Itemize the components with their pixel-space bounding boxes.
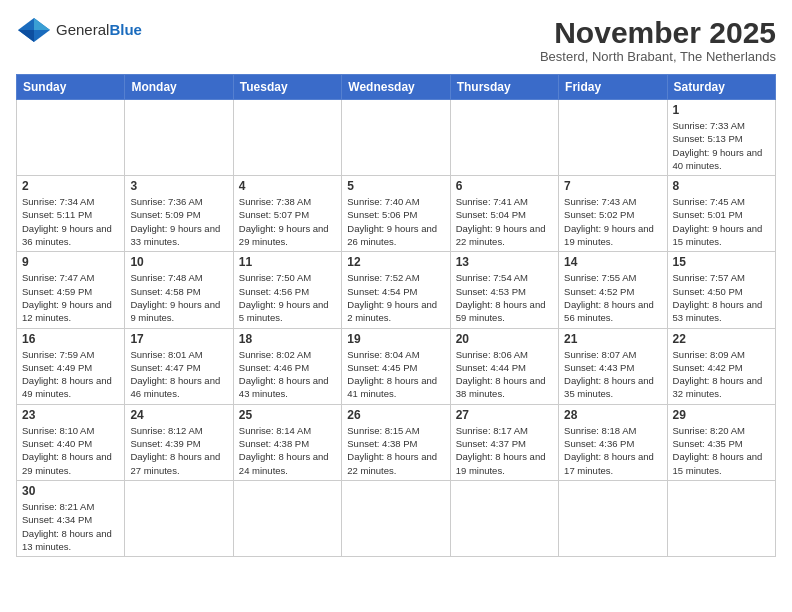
calendar-cell: 6Sunrise: 7:41 AM Sunset: 5:04 PM Daylig… — [450, 176, 558, 252]
col-wednesday: Wednesday — [342, 75, 450, 100]
calendar-cell — [450, 100, 558, 176]
day-number: 8 — [673, 179, 770, 193]
day-number: 26 — [347, 408, 444, 422]
day-info: Sunrise: 7:40 AM Sunset: 5:06 PM Dayligh… — [347, 195, 444, 248]
day-info: Sunrise: 8:18 AM Sunset: 4:36 PM Dayligh… — [564, 424, 661, 477]
calendar-cell: 7Sunrise: 7:43 AM Sunset: 5:02 PM Daylig… — [559, 176, 667, 252]
day-number: 18 — [239, 332, 336, 346]
calendar-week-row: 23Sunrise: 8:10 AM Sunset: 4:40 PM Dayli… — [17, 404, 776, 480]
calendar-cell: 30Sunrise: 8:21 AM Sunset: 4:34 PM Dayli… — [17, 480, 125, 556]
day-info: Sunrise: 8:14 AM Sunset: 4:38 PM Dayligh… — [239, 424, 336, 477]
day-info: Sunrise: 7:47 AM Sunset: 4:59 PM Dayligh… — [22, 271, 119, 324]
day-number: 7 — [564, 179, 661, 193]
day-number: 6 — [456, 179, 553, 193]
calendar-cell: 11Sunrise: 7:50 AM Sunset: 4:56 PM Dayli… — [233, 252, 341, 328]
calendar-cell: 25Sunrise: 8:14 AM Sunset: 4:38 PM Dayli… — [233, 404, 341, 480]
calendar-week-row: 30Sunrise: 8:21 AM Sunset: 4:34 PM Dayli… — [17, 480, 776, 556]
day-info: Sunrise: 8:09 AM Sunset: 4:42 PM Dayligh… — [673, 348, 770, 401]
day-number: 25 — [239, 408, 336, 422]
calendar-cell: 20Sunrise: 8:06 AM Sunset: 4:44 PM Dayli… — [450, 328, 558, 404]
logo: GeneralBlue — [16, 16, 142, 44]
day-number: 16 — [22, 332, 119, 346]
day-info: Sunrise: 7:57 AM Sunset: 4:50 PM Dayligh… — [673, 271, 770, 324]
calendar-cell: 8Sunrise: 7:45 AM Sunset: 5:01 PM Daylig… — [667, 176, 775, 252]
day-info: Sunrise: 8:17 AM Sunset: 4:37 PM Dayligh… — [456, 424, 553, 477]
day-number: 5 — [347, 179, 444, 193]
day-number: 9 — [22, 255, 119, 269]
logo-blue: Blue — [109, 21, 142, 38]
day-number: 10 — [130, 255, 227, 269]
day-info: Sunrise: 7:55 AM Sunset: 4:52 PM Dayligh… — [564, 271, 661, 324]
day-number: 12 — [347, 255, 444, 269]
calendar-cell — [233, 480, 341, 556]
day-info: Sunrise: 7:50 AM Sunset: 4:56 PM Dayligh… — [239, 271, 336, 324]
day-number: 22 — [673, 332, 770, 346]
day-info: Sunrise: 8:02 AM Sunset: 4:46 PM Dayligh… — [239, 348, 336, 401]
day-info: Sunrise: 7:36 AM Sunset: 5:09 PM Dayligh… — [130, 195, 227, 248]
calendar-cell: 21Sunrise: 8:07 AM Sunset: 4:43 PM Dayli… — [559, 328, 667, 404]
calendar-cell — [17, 100, 125, 176]
calendar-cell — [450, 480, 558, 556]
day-info: Sunrise: 7:59 AM Sunset: 4:49 PM Dayligh… — [22, 348, 119, 401]
day-info: Sunrise: 8:15 AM Sunset: 4:38 PM Dayligh… — [347, 424, 444, 477]
day-info: Sunrise: 8:12 AM Sunset: 4:39 PM Dayligh… — [130, 424, 227, 477]
calendar-cell: 12Sunrise: 7:52 AM Sunset: 4:54 PM Dayli… — [342, 252, 450, 328]
calendar-cell: 15Sunrise: 7:57 AM Sunset: 4:50 PM Dayli… — [667, 252, 775, 328]
logo-general: General — [56, 21, 109, 38]
day-info: Sunrise: 7:41 AM Sunset: 5:04 PM Dayligh… — [456, 195, 553, 248]
day-number: 29 — [673, 408, 770, 422]
calendar-cell: 2Sunrise: 7:34 AM Sunset: 5:11 PM Daylig… — [17, 176, 125, 252]
location-subtitle: Besterd, North Brabant, The Netherlands — [540, 49, 776, 64]
day-number: 14 — [564, 255, 661, 269]
calendar-cell: 28Sunrise: 8:18 AM Sunset: 4:36 PM Dayli… — [559, 404, 667, 480]
header: GeneralBlue November 2025 Besterd, North… — [16, 16, 776, 64]
calendar-cell: 27Sunrise: 8:17 AM Sunset: 4:37 PM Dayli… — [450, 404, 558, 480]
day-info: Sunrise: 7:54 AM Sunset: 4:53 PM Dayligh… — [456, 271, 553, 324]
day-info: Sunrise: 8:10 AM Sunset: 4:40 PM Dayligh… — [22, 424, 119, 477]
day-number: 27 — [456, 408, 553, 422]
day-info: Sunrise: 7:34 AM Sunset: 5:11 PM Dayligh… — [22, 195, 119, 248]
calendar-cell: 10Sunrise: 7:48 AM Sunset: 4:58 PM Dayli… — [125, 252, 233, 328]
calendar-cell: 18Sunrise: 8:02 AM Sunset: 4:46 PM Dayli… — [233, 328, 341, 404]
day-number: 19 — [347, 332, 444, 346]
calendar-week-row: 1Sunrise: 7:33 AM Sunset: 5:13 PM Daylig… — [17, 100, 776, 176]
day-number: 15 — [673, 255, 770, 269]
calendar-table: Sunday Monday Tuesday Wednesday Thursday… — [16, 74, 776, 557]
day-info: Sunrise: 7:52 AM Sunset: 4:54 PM Dayligh… — [347, 271, 444, 324]
calendar-cell: 24Sunrise: 8:12 AM Sunset: 4:39 PM Dayli… — [125, 404, 233, 480]
logo-text: GeneralBlue — [56, 22, 142, 39]
month-title: November 2025 — [540, 16, 776, 49]
calendar-cell: 26Sunrise: 8:15 AM Sunset: 4:38 PM Dayli… — [342, 404, 450, 480]
calendar-cell: 4Sunrise: 7:38 AM Sunset: 5:07 PM Daylig… — [233, 176, 341, 252]
calendar-cell — [125, 100, 233, 176]
day-info: Sunrise: 7:38 AM Sunset: 5:07 PM Dayligh… — [239, 195, 336, 248]
calendar-cell: 14Sunrise: 7:55 AM Sunset: 4:52 PM Dayli… — [559, 252, 667, 328]
day-info: Sunrise: 8:07 AM Sunset: 4:43 PM Dayligh… — [564, 348, 661, 401]
day-info: Sunrise: 8:06 AM Sunset: 4:44 PM Dayligh… — [456, 348, 553, 401]
col-sunday: Sunday — [17, 75, 125, 100]
calendar-cell: 23Sunrise: 8:10 AM Sunset: 4:40 PM Dayli… — [17, 404, 125, 480]
calendar-cell — [125, 480, 233, 556]
calendar-cell — [667, 480, 775, 556]
col-friday: Friday — [559, 75, 667, 100]
day-info: Sunrise: 7:43 AM Sunset: 5:02 PM Dayligh… — [564, 195, 661, 248]
calendar-cell: 13Sunrise: 7:54 AM Sunset: 4:53 PM Dayli… — [450, 252, 558, 328]
day-number: 11 — [239, 255, 336, 269]
calendar-cell: 19Sunrise: 8:04 AM Sunset: 4:45 PM Dayli… — [342, 328, 450, 404]
generalblue-logo-icon — [16, 16, 52, 44]
calendar-header-row: Sunday Monday Tuesday Wednesday Thursday… — [17, 75, 776, 100]
calendar-cell: 17Sunrise: 8:01 AM Sunset: 4:47 PM Dayli… — [125, 328, 233, 404]
day-info: Sunrise: 7:48 AM Sunset: 4:58 PM Dayligh… — [130, 271, 227, 324]
day-info: Sunrise: 8:04 AM Sunset: 4:45 PM Dayligh… — [347, 348, 444, 401]
day-number: 13 — [456, 255, 553, 269]
day-number: 20 — [456, 332, 553, 346]
calendar-cell: 29Sunrise: 8:20 AM Sunset: 4:35 PM Dayli… — [667, 404, 775, 480]
col-thursday: Thursday — [450, 75, 558, 100]
calendar-cell: 5Sunrise: 7:40 AM Sunset: 5:06 PM Daylig… — [342, 176, 450, 252]
calendar-cell: 1Sunrise: 7:33 AM Sunset: 5:13 PM Daylig… — [667, 100, 775, 176]
day-number: 30 — [22, 484, 119, 498]
calendar-cell: 3Sunrise: 7:36 AM Sunset: 5:09 PM Daylig… — [125, 176, 233, 252]
calendar-cell: 16Sunrise: 7:59 AM Sunset: 4:49 PM Dayli… — [17, 328, 125, 404]
calendar-cell — [342, 480, 450, 556]
day-info: Sunrise: 8:01 AM Sunset: 4:47 PM Dayligh… — [130, 348, 227, 401]
